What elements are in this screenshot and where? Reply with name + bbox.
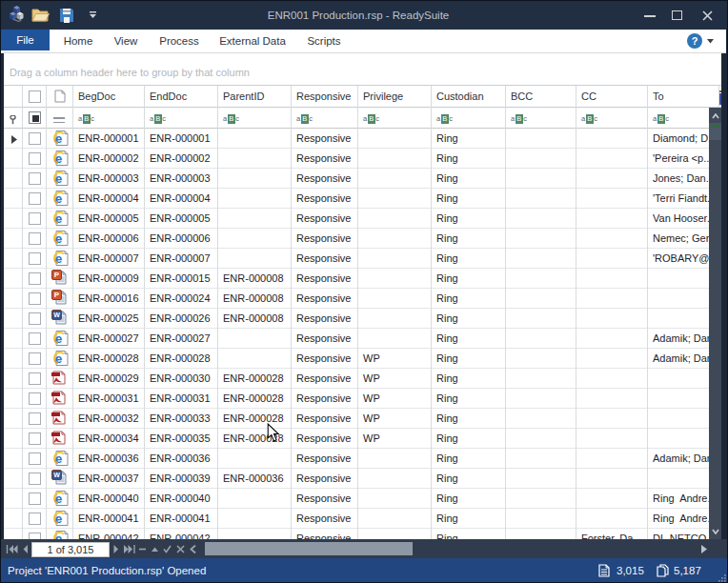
- svg-text:P: P: [54, 271, 60, 279]
- svg-text:W: W: [53, 312, 60, 318]
- svg-text:W: W: [53, 472, 60, 478]
- svg-text:P: P: [54, 291, 60, 299]
